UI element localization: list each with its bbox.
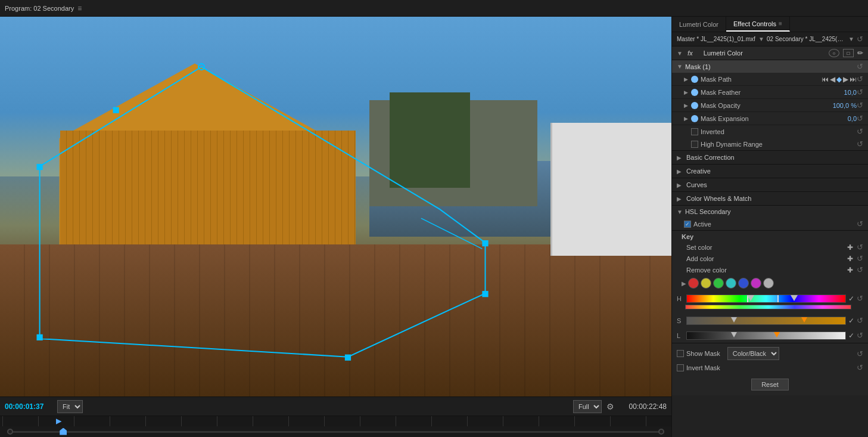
h-slider-track[interactable]	[686, 295, 846, 303]
hsl-reset-button[interactable]: Reset	[751, 379, 789, 390]
add-color-eyedropper[interactable]: ✚	[847, 255, 853, 263]
mask-path-last-frame[interactable]: ⏭	[850, 75, 857, 83]
set-color-eyedropper[interactable]: ✚	[847, 243, 853, 252]
fit-dropdown[interactable]: Fit	[57, 400, 83, 413]
mask-undo-button[interactable]: ↺	[857, 62, 863, 71]
mask-path-first-frame[interactable]: ⏮	[822, 75, 829, 83]
scrubber-bar[interactable]	[0, 426, 671, 437]
scrub-start-marker[interactable]	[7, 429, 13, 435]
swatch-white[interactable]	[763, 278, 774, 289]
tab-lumetri-color[interactable]: Lumetri Color	[672, 17, 726, 32]
h-label: H	[677, 295, 684, 302]
h-slider-section: H ✓ ↺	[672, 291, 868, 313]
s-thumb-right[interactable]	[801, 317, 807, 323]
secondary-dropdown-arrow[interactable]: ▼	[848, 36, 854, 42]
clip-dropdown-arrow[interactable]: ▼	[758, 36, 764, 42]
color-black-dropdown[interactable]: Color/Black	[727, 347, 779, 360]
program-menu-icon[interactable]: ≡	[77, 4, 82, 13]
l-thumb-right[interactable]	[774, 332, 780, 337]
mask-opacity-expand[interactable]: ▶	[684, 103, 689, 109]
swatch-red[interactable]	[688, 278, 699, 289]
l-slider-track[interactable]	[686, 331, 846, 340]
basic-correction-section[interactable]: ▶ Basic Correction	[672, 151, 868, 165]
s-slider-track[interactable]	[686, 317, 846, 325]
mask-expansion-undo[interactable]: ↺	[857, 114, 863, 123]
mask-expansion-value[interactable]: 0,0	[848, 115, 857, 122]
set-color-undo[interactable]: ↺	[857, 243, 863, 252]
swatch-yellow[interactable]	[701, 278, 711, 289]
l-check-button[interactable]: ✓	[848, 331, 854, 340]
pen-tool-button[interactable]: ✏	[857, 49, 863, 57]
inverted-undo[interactable]: ↺	[857, 127, 863, 136]
hsl-active-checkbox[interactable]: ✓	[684, 221, 691, 228]
h-thumb-right[interactable]	[791, 295, 798, 301]
hsl-active-undo[interactable]: ↺	[857, 219, 863, 228]
hdr-checkbox[interactable]	[691, 141, 698, 148]
swatch-green[interactable]	[713, 278, 724, 289]
mask-path-undo[interactable]: ↺	[857, 75, 863, 83]
right-panel: Lumetri Color Effect Controls ≡ Master *…	[671, 17, 868, 437]
ellipse-mask-button[interactable]: ○	[829, 49, 839, 57]
s-check-button[interactable]: ✓	[848, 317, 854, 325]
mask-opacity-anim-button[interactable]	[691, 102, 698, 109]
h-check-button[interactable]: ✓	[848, 295, 854, 303]
swatches-expand[interactable]: ▶	[682, 280, 686, 287]
clip-info-row: Master * JL__2425(1)_01.mxf ▼ 02 Seconda…	[672, 32, 868, 47]
curves-section[interactable]: ▶ Curves	[672, 178, 868, 192]
show-mask-row: Show Mask Color/Black ↺	[672, 343, 868, 361]
swatch-cyan[interactable]	[726, 278, 736, 289]
hsl-secondary-header[interactable]: ▼ HSL Secondary	[672, 206, 868, 218]
rect-mask-button[interactable]: □	[843, 49, 854, 57]
l-thumb-left[interactable]	[731, 332, 737, 337]
mask-feather-value[interactable]: 10,0	[844, 89, 857, 96]
s-undo[interactable]: ↺	[857, 316, 863, 325]
remove-color-undo[interactable]: ↺	[857, 265, 863, 274]
tab-effect-controls[interactable]: Effect Controls ≡	[726, 17, 790, 32]
mask-toggle-icon[interactable]: ▼	[677, 63, 683, 70]
s-thumb-left[interactable]	[731, 317, 737, 323]
boat	[550, 123, 671, 256]
invert-mask-undo[interactable]: ↺	[857, 363, 863, 372]
swatch-magenta[interactable]	[751, 278, 761, 289]
mask-feather-expand[interactable]: ▶	[684, 89, 689, 95]
mask-feather-undo[interactable]: ↺	[857, 88, 863, 97]
h-slider-row: H ✓ ↺	[677, 292, 863, 305]
remove-color-eyedropper[interactable]: ✚	[847, 266, 853, 274]
invert-mask-row: Invert Mask ↺	[672, 361, 868, 374]
swatch-blue[interactable]	[738, 278, 749, 289]
mask-path-prev-frame[interactable]: ◀	[830, 75, 835, 83]
color-swatches-row: ▶	[672, 275, 868, 291]
color-wheels-section[interactable]: ▶ Color Wheels & Match	[672, 192, 868, 206]
l-undo[interactable]: ↺	[857, 331, 863, 340]
mask-expansion-expand[interactable]: ▶	[684, 116, 689, 122]
quality-dropdown[interactable]: Full	[573, 400, 602, 413]
mask-path-next-frame[interactable]: ▶	[843, 75, 848, 83]
show-mask-undo[interactable]: ↺	[857, 349, 863, 358]
mask-feather-anim-button[interactable]	[691, 89, 698, 96]
scrub-playhead[interactable]	[60, 428, 67, 435]
settings-icon[interactable]: ⚙	[606, 402, 614, 411]
show-mask-checkbox[interactable]	[677, 350, 684, 357]
time-ruler-track[interactable]	[2, 416, 669, 426]
mask-path-add-keyframe[interactable]: ◆	[836, 75, 842, 83]
panel-tab-menu-icon[interactable]: ≡	[779, 20, 782, 27]
mask-path-anim-button[interactable]	[691, 76, 698, 83]
collapse-toggle-fx[interactable]: ▼	[677, 50, 683, 57]
add-color-undo[interactable]: ↺	[857, 254, 863, 263]
mask-feather-label: Mask Feather	[701, 89, 844, 96]
scrub-track[interactable]	[7, 431, 664, 433]
h-undo[interactable]: ↺	[857, 294, 863, 303]
mask-opacity-value[interactable]: 100,0 %	[833, 102, 857, 109]
hdr-undo[interactable]: ↺	[857, 140, 863, 148]
inverted-checkbox[interactable]	[691, 128, 698, 135]
hsl-secondary-label: HSL Secondary	[685, 208, 863, 215]
mask-opacity-undo[interactable]: ↺	[857, 101, 863, 110]
mask-header[interactable]: ▼ Mask (1) ↺	[672, 60, 868, 73]
scrub-end-marker[interactable]	[658, 429, 664, 435]
creative-section[interactable]: ▶ Creative	[672, 165, 868, 178]
h-thumb-left[interactable]	[747, 295, 754, 301]
mask-path-expand[interactable]: ▶	[684, 76, 689, 82]
clip-undo-button[interactable]: ↺	[857, 35, 863, 44]
invert-mask-checkbox[interactable]	[677, 364, 684, 371]
mask-expansion-anim-button[interactable]	[691, 115, 698, 122]
